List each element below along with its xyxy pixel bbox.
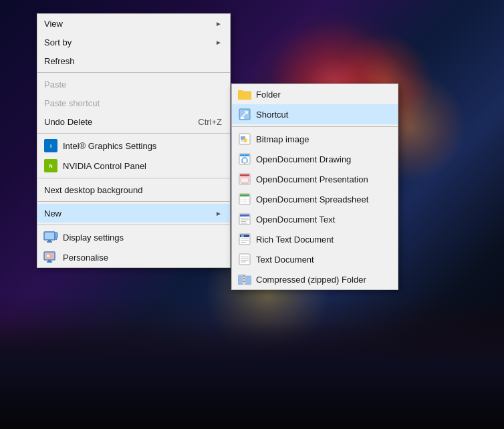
svg-rect-38 [241, 260, 249, 261]
submenu-item-bitmap[interactable]: Bitmap image [232, 129, 398, 149]
svg-rect-45 [243, 281, 245, 282]
submenu-label: Text Document [256, 255, 314, 265]
od-presentation-icon [237, 172, 252, 186]
intel-icon: i [43, 139, 59, 152]
zip-icon [237, 273, 252, 286]
submenu-label: Shortcut [256, 110, 288, 120]
svg-rect-15 [240, 174, 249, 176]
submenu-label: OpenDocument Text [256, 214, 335, 225]
submenu-label: Compressed (zipped) Folder [256, 275, 366, 285]
svg-rect-48 [47, 241, 52, 243]
submenu-item-zip[interactable]: Compressed (zipped) Folder [232, 269, 398, 289]
separator-2 [37, 133, 230, 134]
svg-rect-50 [55, 239, 57, 240]
menu-item-view[interactable]: View ► [37, 14, 230, 33]
menu-item-personalise[interactable]: Personalise [37, 247, 230, 267]
svg-rect-44 [243, 278, 245, 279]
menu-item-nvidia[interactable]: N NVIDIA Control Panel [37, 156, 230, 176]
svg-rect-39 [241, 262, 246, 263]
svg-rect-49 [55, 233, 57, 238]
submenu-label: Bitmap image [256, 134, 309, 144]
nvidia-icon: N [43, 159, 59, 172]
separator-5 [37, 225, 230, 225]
submenu-item-od-text[interactable]: OpenDocument Text [232, 209, 398, 229]
svg-rect-55 [47, 261, 52, 263]
od-drawing-icon [237, 152, 252, 166]
svg-rect-26 [241, 220, 249, 221]
svg-rect-16 [241, 178, 249, 182]
context-menu: View ► Sort by ► Refresh Paste Paste sho… [37, 13, 231, 268]
menu-item-paste[interactable]: Paste [37, 75, 230, 94]
svg-rect-35 [239, 254, 250, 265]
submenu-separator [232, 126, 398, 127]
menu-item-sort-by[interactable]: Sort by ► [37, 33, 230, 51]
submenu-item-rich-text[interactable]: W Rich Text Document [232, 229, 398, 249]
folder-icon [237, 88, 252, 101]
separator-1 [37, 72, 230, 73]
svg-rect-13 [241, 162, 249, 163]
arrow-icon: ► [215, 210, 222, 217]
arrow-icon: ► [215, 20, 222, 27]
svg-rect-43 [243, 275, 245, 277]
submenu-item-folder[interactable]: Folder [232, 84, 398, 104]
submenu-item-shortcut[interactable]: Shortcut [232, 104, 398, 124]
svg-rect-37 [241, 259, 249, 259]
svg-rect-46 [44, 232, 55, 240]
separator-4 [37, 201, 230, 202]
personalise-icon [43, 251, 59, 264]
rich-text-icon: W [237, 233, 252, 246]
submenu-label: Rich Text Document [256, 235, 334, 245]
svg-rect-27 [241, 221, 246, 222]
svg-rect-11 [240, 154, 249, 156]
menu-item-undo-delete[interactable]: Undo Delete Ctrl+Z [37, 112, 230, 131]
svg-rect-24 [240, 214, 249, 217]
svg-rect-4 [241, 117, 244, 119]
svg-rect-34 [241, 242, 246, 243]
separator-3 [37, 178, 230, 178]
svg-rect-32 [241, 239, 249, 239]
menu-item-display-settings[interactable]: Display settings [37, 227, 230, 247]
menu-item-refresh[interactable]: Refresh [37, 51, 230, 70]
svg-rect-25 [241, 218, 249, 219]
submenu-item-od-presentation[interactable]: OpenDocument Presentation [232, 169, 398, 189]
menu-item-new[interactable]: New ► Folder [37, 204, 230, 223]
arrow-icon: ► [215, 39, 222, 46]
text-doc-icon [237, 253, 252, 266]
shortcut-icon [237, 108, 252, 121]
bitmap-icon [237, 132, 252, 146]
menu-item-paste-shortcut[interactable]: Paste shortcut [37, 94, 230, 112]
svg-text:W: W [241, 235, 244, 238]
svg-rect-17 [241, 183, 249, 184]
submenu-item-od-spreadsheet[interactable]: OpenDocument Spreadsheet [232, 189, 398, 209]
svg-rect-33 [241, 241, 249, 241]
submenu-label: OpenDocument Spreadsheet [256, 194, 368, 204]
submenu-label: OpenDocument Presentation [256, 174, 368, 184]
svg-rect-28 [241, 223, 247, 224]
svg-rect-36 [241, 257, 249, 257]
display-settings-icon [43, 231, 59, 244]
menu-item-intel[interactable]: i Intel® Graphics Settings [37, 136, 230, 156]
svg-rect-53 [47, 255, 49, 257]
menu-item-next-bg[interactable]: Next desktop background [37, 180, 230, 199]
submenu-item-od-drawing[interactable]: OpenDocument Drawing [232, 149, 398, 169]
submenu-label: OpenDocument Drawing [256, 154, 351, 164]
svg-rect-19 [240, 194, 249, 196]
svg-rect-2 [238, 90, 243, 93]
submenu-item-text-doc[interactable]: Text Document [232, 249, 398, 269]
submenu-new: Folder Shortcut [231, 84, 398, 290]
submenu-label: Folder [256, 90, 281, 100]
od-text-icon [237, 212, 252, 226]
od-spreadsheet-icon [237, 192, 252, 206]
